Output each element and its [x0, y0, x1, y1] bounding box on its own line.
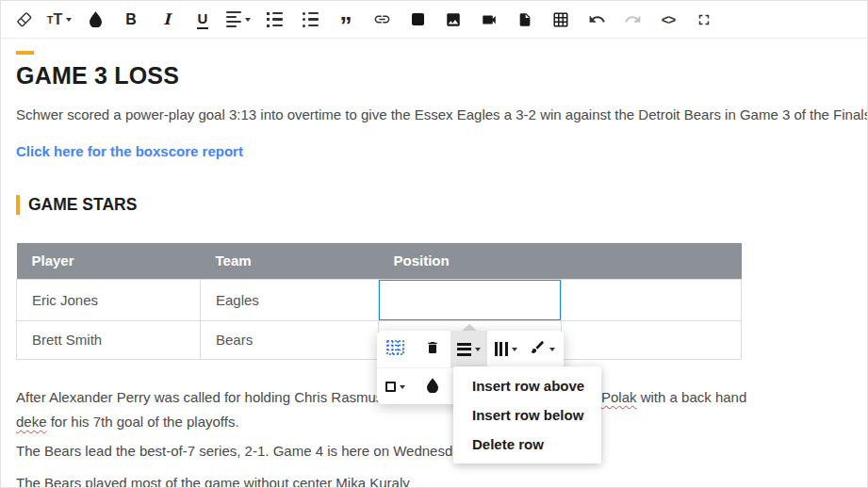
- code-view-button[interactable]: <>: [650, 2, 686, 38]
- column-header-team[interactable]: Team: [201, 243, 379, 279]
- page-title: GAME 3 LOSS: [16, 62, 179, 89]
- cell-position-1-selected[interactable]: [379, 279, 562, 320]
- chevron-down-icon: [245, 18, 251, 22]
- ordered-list-button[interactable]: [256, 2, 292, 38]
- insert-file-button[interactable]: [507, 2, 543, 38]
- cell-background-button[interactable]: [414, 368, 450, 405]
- cell-team-2[interactable]: Bears: [201, 320, 379, 359]
- editor-window: TT B I U: [0, 0, 868, 488]
- italic-icon: I: [163, 10, 170, 28]
- menu-item-insert-row-below[interactable]: Insert row below: [453, 400, 601, 430]
- droplet-icon: [90, 11, 102, 27]
- bold-icon: B: [125, 11, 137, 28]
- underline-button[interactable]: U: [185, 2, 221, 38]
- column-header-position[interactable]: Position: [379, 243, 562, 279]
- image-icon: [445, 11, 462, 28]
- chevron-down-icon: [512, 348, 517, 351]
- misspelled-word: Mika Kuraly: [336, 475, 409, 488]
- paragraph-text: The Bears played most of the game withou…: [16, 475, 336, 488]
- redo-button[interactable]: [614, 2, 650, 38]
- link-icon: [373, 10, 391, 28]
- table-style-button[interactable]: [524, 331, 561, 367]
- eraser-icon: [15, 10, 33, 28]
- insert-link-button[interactable]: [364, 2, 400, 38]
- dashed-table-icon: [386, 340, 404, 359]
- cell-team-1[interactable]: Eagles: [201, 279, 379, 320]
- editor-toolbar: TT B I U: [1, 1, 867, 39]
- cell-player-2[interactable]: Brett Smith: [17, 320, 201, 359]
- section-heading: GAME STARS: [28, 195, 137, 215]
- lead-paragraph: Schwer scored a power-play goal 3:13 int…: [16, 106, 868, 122]
- article-title-block: GAME 3 LOSS: [16, 51, 179, 89]
- bold-button[interactable]: B: [113, 2, 149, 38]
- remove-table-button[interactable]: [414, 331, 450, 367]
- video-camera-icon: [481, 11, 498, 28]
- fullscreen-button[interactable]: [686, 2, 722, 38]
- clear-formatting-button[interactable]: [6, 2, 41, 38]
- quote-icon: ”: [340, 21, 352, 30]
- redo-icon: [624, 10, 642, 28]
- cell-player-1[interactable]: Eric Jones: [17, 279, 201, 320]
- cell-icon: [385, 382, 396, 392]
- rows-icon: [457, 343, 471, 356]
- paragraph-text: After Alexander Perry was called for hol…: [16, 389, 406, 405]
- cell-options-button[interactable]: [377, 368, 414, 405]
- row-options-button[interactable]: [450, 331, 487, 367]
- last-paragraph: The Bears played most of the game withou…: [16, 475, 410, 488]
- misspelled-word: deke: [16, 414, 47, 430]
- accent-bar: [16, 51, 34, 55]
- cell-extra-1[interactable]: [562, 279, 742, 320]
- table-header-toggle-button[interactable]: [377, 331, 414, 367]
- boxscore-link[interactable]: Click here for the boxscore report: [16, 143, 243, 159]
- cell-extra-2[interactable]: [562, 320, 742, 359]
- italic-button[interactable]: I: [149, 2, 185, 38]
- trash-icon: [425, 340, 440, 359]
- ordered-list-icon: [267, 12, 283, 27]
- menu-item-delete-row[interactable]: Delete row: [453, 430, 601, 459]
- paintbrush-icon: [530, 339, 546, 359]
- font-size-icon: T: [47, 14, 54, 25]
- align-button[interactable]: [221, 2, 256, 38]
- column-header-empty[interactable]: [562, 243, 742, 279]
- underline-icon: U: [197, 10, 209, 29]
- series-paragraph: The Bears lead the best-of-7 series, 2-1…: [16, 443, 470, 459]
- undo-button[interactable]: [579, 2, 614, 38]
- menu-item-insert-row-above[interactable]: Insert row above: [453, 371, 601, 400]
- chevron-down-icon: [66, 18, 72, 22]
- undo-icon: [588, 10, 606, 28]
- insert-video-button[interactable]: [471, 2, 507, 38]
- section-heading-block: GAME STARS: [16, 195, 137, 215]
- font-size-button[interactable]: TT: [41, 2, 77, 38]
- fullscreen-icon: [696, 11, 712, 28]
- columns-icon: [495, 342, 508, 356]
- accent-bar: [16, 195, 20, 215]
- table-header-row: Player Team Position: [17, 243, 742, 279]
- column-header-player[interactable]: Player: [17, 243, 201, 279]
- unordered-list-button[interactable]: [292, 2, 328, 38]
- paragraph-text: with a back hand: [637, 389, 747, 405]
- table-row: Eric Jones Eagles: [17, 279, 742, 320]
- chevron-down-icon: [400, 385, 405, 389]
- insert-table-button[interactable]: [543, 2, 579, 38]
- chevron-down-icon: [549, 348, 555, 351]
- column-options-button[interactable]: [487, 331, 524, 367]
- text-color-button[interactable]: [77, 2, 113, 38]
- table-grid-icon: [552, 11, 569, 28]
- paragraph-text: for his 7th goal of the playoffs.: [47, 414, 239, 430]
- quote-button[interactable]: ”: [328, 2, 364, 38]
- row-options-menu: Insert row above Insert row below Delete…: [453, 366, 601, 464]
- unordered-list-icon: [303, 12, 319, 27]
- popup-arrow: [462, 324, 477, 331]
- insert-square-button[interactable]: [400, 2, 435, 38]
- misspelled-word: Polak: [601, 389, 637, 405]
- filled-square-icon: [412, 13, 424, 25]
- file-icon: [517, 12, 532, 27]
- insert-image-button[interactable]: [435, 2, 471, 38]
- align-left-icon: [226, 11, 241, 28]
- code-icon: <>: [662, 12, 675, 27]
- droplet-icon: [427, 378, 438, 397]
- chevron-down-icon: [475, 348, 481, 351]
